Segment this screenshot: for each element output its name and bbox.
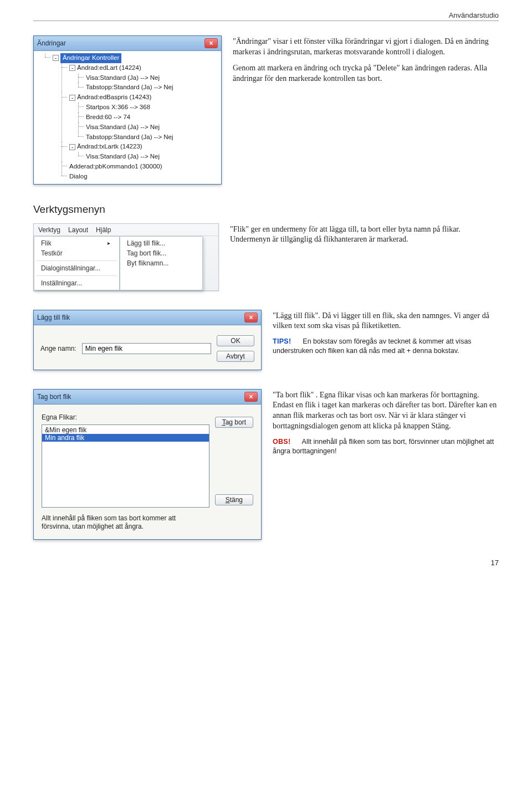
changes-paragraph-2: Genom att markera en ändring och trycka … <box>233 63 499 84</box>
remove-button[interactable]: Tag bort <box>215 417 253 428</box>
section-menu: Verktyg Layout Hjälp Flik▸ Testkör Dialo… <box>33 223 499 291</box>
ok-button[interactable]: OK <box>217 335 254 346</box>
menu-item-add-tab[interactable]: Lägg till flik... <box>120 238 202 248</box>
tips-tag: TIPS! <box>273 337 291 345</box>
add-tab-title: Lägg till flik <box>37 314 70 321</box>
menu-item-rename-tab[interactable]: Byt fliknamn... <box>120 258 202 268</box>
tree-expand-icon[interactable]: - <box>69 144 75 150</box>
menu-paragraph: "Flik" ger en undermeny för att lägga ti… <box>230 224 499 245</box>
tips-text: En bokstav som föregås av tecknet & komm… <box>273 337 472 355</box>
menu-dropdown-1[interactable]: Flik▸ Testkör Dialoginställningar... Ins… <box>34 236 120 290</box>
menu-item-remove-tab[interactable]: Tag bort flik... <box>120 248 202 258</box>
section-add-tab: Lägg till flik × Ange namn: OK Avbryt "L… <box>33 310 499 370</box>
changes-paragraph-1: "Ändringar" visar i ett fönster vilka fö… <box>233 37 499 58</box>
menu-layout[interactable]: Layout <box>68 226 88 234</box>
tree-leaf[interactable]: Visa:Standard (Ja) --> Nej <box>86 124 160 130</box>
tree-root-selected[interactable]: Ändringar Kontroller <box>60 53 121 63</box>
obs-text: Allt innehåll på fliken som tas bort, fö… <box>273 438 494 455</box>
close-icon[interactable]: × <box>244 313 258 323</box>
changes-tree[interactable]: -Ändringar Kontroller -Ändrad:edLart (14… <box>36 53 219 182</box>
section-remove-tab: Tag bort flik × Egna Flikar: &Min egen f… <box>33 389 499 540</box>
page-number: 17 <box>33 559 499 567</box>
menu-help[interactable]: Hjälp <box>96 226 111 234</box>
remove-warning-text: Allt innehåll på fliken som tas bort kom… <box>42 514 180 531</box>
tree-expand-icon[interactable]: - <box>53 55 59 61</box>
add-tab-paragraph: "Lägg till flik". Då vi lägger till en f… <box>273 311 499 332</box>
tree-leaf[interactable]: Bredd:60 --> 74 <box>86 114 130 120</box>
menu-screenshot: Verktyg Layout Hjälp Flik▸ Testkör Dialo… <box>33 223 219 291</box>
tabs-listbox[interactable]: &Min egen flik Min andra flik <box>42 424 209 508</box>
tree-leaf[interactable]: Visa:Standard (Ja) --> Nej <box>86 153 160 160</box>
menu-item-flik[interactable]: Flik▸ <box>34 238 119 248</box>
tree-expand-icon[interactable]: - <box>69 95 75 101</box>
menu-separator <box>37 275 117 276</box>
obs-tag: OBS! <box>273 438 290 446</box>
tips-block: TIPS! En bokstav som föregås av tecknet … <box>273 337 499 356</box>
heading-verktygsmenyn: Verktygsmenyn <box>33 203 499 216</box>
remove-tab-dialog: Tag bort flik × Egna Flikar: &Min egen f… <box>33 389 262 540</box>
list-item[interactable]: &Min egen flik <box>42 426 209 434</box>
changes-window: Ändringar × -Ändringar Kontroller -Ändra… <box>33 35 222 185</box>
tree-leaf[interactable]: Visa:Standard (Ja) --> Nej <box>86 74 160 81</box>
changes-window-title: Ändringar <box>37 39 66 47</box>
menu-verktyg[interactable]: Verktyg <box>38 226 60 234</box>
menu-item-dialoginst[interactable]: Dialoginställningar... <box>34 263 119 273</box>
menu-item-inst[interactable]: Inställningar... <box>34 278 119 288</box>
cancel-button[interactable]: Avbryt <box>217 351 254 362</box>
obs-block: OBS! Allt innehåll på fliken som tas bor… <box>273 437 499 456</box>
list-item-selected[interactable]: Min andra flik <box>42 434 209 442</box>
menubar[interactable]: Verktyg Layout Hjälp <box>34 224 218 236</box>
tree-leaf[interactable]: Tabstopp:Standard (Ja) --> Nej <box>86 134 173 140</box>
tree-node[interactable]: Ändrad:edLart (14224) <box>77 64 141 71</box>
tree-node[interactable]: Ändrad:edBaspris (14243) <box>77 94 151 100</box>
tree-leaf[interactable]: Adderad:pbKommando1 (30000) <box>69 163 162 170</box>
close-icon[interactable]: × <box>244 392 258 402</box>
tree-leaf[interactable]: Startpos X:366 --> 368 <box>86 104 150 110</box>
add-tab-label: Ange namn: <box>40 345 76 352</box>
menu-dropdown-2[interactable]: Lägg till flik... Tag bort flik... Byt f… <box>120 236 203 290</box>
menu-separator <box>37 260 117 261</box>
tree-node[interactable]: Ändrad:txLartk (14223) <box>77 143 142 150</box>
tab-name-input[interactable] <box>82 343 211 354</box>
section-changes: Ändringar × -Ändringar Kontroller -Ändra… <box>33 35 499 185</box>
tree-expand-icon[interactable]: - <box>69 65 75 71</box>
menu-item-testkor[interactable]: Testkör <box>34 248 119 258</box>
remove-tab-paragraph: "Ta bort flik" . Egna flikar visas och k… <box>273 390 499 432</box>
tree-leaf[interactable]: Tabstopp:Standard (Ja) --> Nej <box>86 84 173 90</box>
remove-tab-title: Tag bort flik <box>37 393 71 401</box>
page-header-label: Användarstudio <box>33 11 499 21</box>
tree-leaf[interactable]: Dialog <box>69 173 88 180</box>
close-icon[interactable]: × <box>204 38 218 48</box>
add-tab-dialog: Lägg till flik × Ange namn: OK Avbryt <box>33 310 262 370</box>
remove-tab-list-label: Egna Flikar: <box>42 413 209 421</box>
chevron-right-icon: ▸ <box>108 240 110 246</box>
close-button[interactable]: Stäng <box>215 494 253 505</box>
